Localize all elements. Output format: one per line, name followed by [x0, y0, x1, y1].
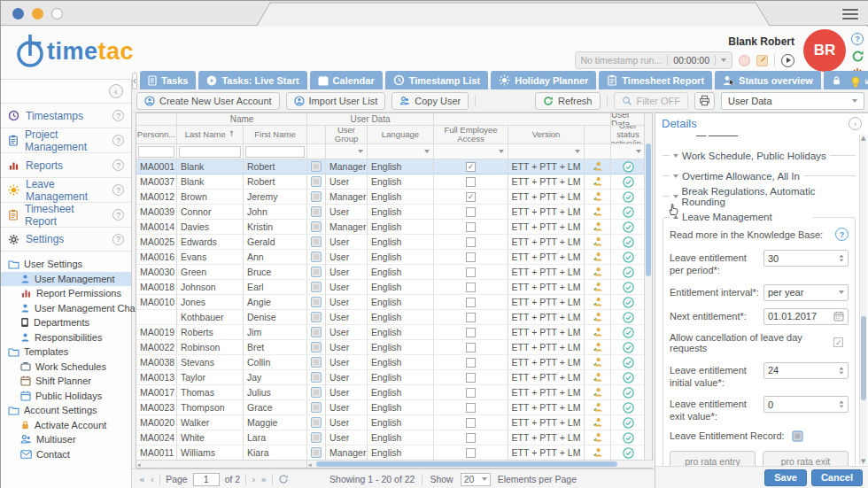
table-row-MA0018[interactable]: MA0018JohnsonEarlUserEnglishETT + PTT + …	[136, 280, 652, 295]
entitlement-interval-input[interactable]: per year	[763, 284, 849, 301]
full-employee-access-checkbox[interactable]: ✓	[466, 192, 476, 202]
full-employee-access-checkbox[interactable]	[466, 418, 476, 428]
tree-item-report-permissions[interactable]: Report Permissions	[1, 286, 131, 301]
save-button[interactable]: Save	[764, 469, 807, 486]
tab-holiday-planner[interactable]: Holiday Planner	[491, 71, 596, 89]
full-employee-access-checkbox[interactable]	[466, 267, 476, 277]
next-entitlement-input[interactable]: 01.01.2017	[763, 308, 849, 325]
scrollbar-thumb[interactable]	[646, 143, 651, 276]
leave-entitlement-exit-value-input[interactable]: 0	[763, 396, 849, 413]
scroll-left-icon[interactable]: ◂	[308, 461, 312, 468]
table-row-MA0014[interactable]: MA0014DaviesKristinManagerEnglishETT + P…	[136, 220, 652, 235]
table-row-MA0024[interactable]: MA0024WhiteLaraUserEnglishETT + PTT + LM	[136, 430, 652, 445]
sidebar-item-project-management[interactable]: Project Management ?	[1, 128, 131, 152]
row-detail-icon[interactable]	[311, 432, 322, 443]
help-icon[interactable]: ?	[112, 110, 124, 121]
full-employee-access-checkbox[interactable]	[466, 388, 476, 398]
tree-item-departments[interactable]: Departments	[1, 315, 131, 330]
table-row-MA0013[interactable]: MA0013TaylorJayUserEnglishETT + PTT + LM	[136, 370, 652, 385]
leave-entitlement-initial-value-input[interactable]: 24	[763, 362, 849, 379]
table-row-kothbauer[interactable]: KothbauerDeniseUserEnglishETT + PTT + LM	[136, 310, 652, 325]
filter-personnel-input[interactable]	[138, 146, 174, 158]
table-row-MA0020[interactable]: MA0020WalkerMaggieUserEnglishETT + PTT +…	[136, 415, 652, 430]
sidebar-item-leave-management[interactable]: Leave Management ?	[1, 177, 131, 202]
details-scrollbar[interactable]: ▲ ▼	[859, 135, 867, 465]
full-employee-access-checkbox[interactable]	[466, 403, 476, 413]
section-leave-management[interactable]: Leave Management	[670, 212, 813, 222]
pro-rata-entry-button[interactable]: pro rata entry	[670, 451, 756, 466]
knowledge-base-help-icon[interactable]: ?	[835, 228, 849, 241]
filter-select[interactable]	[613, 146, 643, 158]
first-page-icon[interactable]: «	[139, 474, 145, 485]
filter-select[interactable]	[436, 146, 506, 158]
full-employee-access-checkbox[interactable]	[466, 207, 476, 217]
full-employee-access-checkbox[interactable]	[466, 358, 476, 368]
table-row-MA0030[interactable]: MA0030GreenBruceUserEnglishETT + PTT + L…	[136, 265, 652, 280]
help-icon[interactable]: ?	[851, 33, 864, 45]
page-number-input[interactable]	[193, 473, 220, 486]
filter-select[interactable]	[369, 146, 431, 158]
pro-rata-exit-button[interactable]: pro rata exit	[763, 451, 849, 466]
filter-first-name-input[interactable]	[245, 146, 305, 158]
tree-item-user-management-changelog[interactable]: User Management Changelog	[1, 301, 131, 316]
stop-timer-icon[interactable]	[739, 55, 750, 66]
table-row-MA0037[interactable]: MA0037BlankRobertUserEnglishETT + PTT + …	[136, 174, 652, 190]
table-row-MA0012[interactable]: MA0012BrownJeremyManagerEnglish✓ETT + PT…	[136, 190, 652, 205]
view-select[interactable]: User Data	[721, 92, 864, 110]
row-detail-icon[interactable]	[311, 176, 322, 187]
create-new-user-button[interactable]: Create New User Account	[136, 92, 280, 110]
full-employee-access-checkbox[interactable]: ✓	[466, 162, 476, 172]
table-row-MA0022[interactable]: MA0022RobinsonBretUserEnglishETT + PTT +…	[136, 340, 652, 355]
tree-item-templates[interactable]: Templates	[1, 345, 131, 360]
allow-cancellation-of-leave-day-requests-checkbox[interactable]: ✓	[833, 337, 843, 347]
row-detail-icon[interactable]	[311, 221, 322, 232]
row-detail-icon[interactable]	[311, 297, 322, 307]
reload-icon[interactable]	[278, 474, 289, 484]
table-row-MA0010[interactable]: MA0010JonesAngieUserEnglishETT + PTT + L…	[136, 295, 652, 310]
refresh-button[interactable]: Refresh	[535, 92, 601, 110]
start-timer-icon[interactable]	[781, 54, 794, 67]
cancel-button[interactable]: Cancel	[811, 469, 863, 486]
grid-vertical-scrollbar[interactable]	[644, 113, 652, 461]
table-row-MA0023[interactable]: MA0023ThompsonGraceUserEnglishETT + PTT …	[136, 400, 652, 415]
tree-item-public-holidays[interactable]: Public Holidays	[1, 389, 131, 404]
section-overtime-allowance-all-in[interactable]: Overtime Allowance, All In	[663, 166, 856, 186]
tree-item-contact[interactable]: Contact	[1, 447, 131, 462]
scroll-left-icon[interactable]: ◂	[137, 461, 141, 468]
table-row-MA0038[interactable]: MA0038StevansCollinUserEnglishETT + PTT …	[136, 355, 652, 370]
full-employee-access-checkbox[interactable]	[466, 222, 476, 232]
tab-calendar[interactable]: Calendar	[310, 71, 383, 89]
row-detail-icon[interactable]	[311, 327, 322, 337]
avatar[interactable]: BR	[803, 29, 846, 72]
tab-status-overview[interactable]: Status overview	[715, 71, 821, 89]
table-row-MA0001[interactable]: MA0001BlankRobertManagerEnglish✓ETT + PT…	[136, 159, 652, 174]
scroll-down-icon[interactable]: ▼	[861, 458, 865, 465]
next-page-icon[interactable]: ›	[252, 474, 255, 485]
tree-item-account-settings[interactable]: Account Settings	[1, 403, 131, 418]
table-row-MA0039[interactable]: MA0039ConnorJohnUserEnglishETT + PTT + L…	[136, 205, 652, 220]
window-dot-yellow[interactable]	[32, 8, 43, 19]
section-break-regulations-automatic-rounding[interactable]: Break Regulations, Automatic Rounding	[663, 186, 856, 206]
row-detail-icon[interactable]	[311, 417, 322, 428]
scrollbar-thumb[interactable]	[861, 316, 866, 400]
import-user-list-button[interactable]: Import User List	[286, 92, 386, 110]
sidebar-item-timestamps[interactable]: Timestamps ?	[1, 103, 131, 128]
row-detail-icon[interactable]	[311, 312, 322, 322]
scrollbar-thumb[interactable]	[316, 461, 617, 467]
tab-timesheet-report[interactable]: Timesheet Report	[599, 71, 712, 89]
sidebar-collapse-icon[interactable]: ‹	[109, 84, 123, 98]
row-detail-icon[interactable]	[311, 161, 322, 172]
row-detail-icon[interactable]	[311, 191, 322, 202]
tab-timestamp-list[interactable]: Timestamp List	[385, 71, 489, 89]
refresh-icon[interactable]	[851, 50, 864, 63]
filter-select[interactable]	[510, 146, 582, 158]
scroll-up-icon[interactable]: ▲	[861, 135, 865, 142]
help-icon[interactable]: ?	[112, 209, 124, 221]
filter-select[interactable]	[328, 146, 365, 158]
row-detail-icon[interactable]	[311, 342, 322, 352]
full-employee-access-checkbox[interactable]	[466, 237, 476, 247]
grid-horizontal-scrollbar[interactable]: ◂ ◂	[136, 460, 654, 468]
help-icon[interactable]: ?	[112, 234, 124, 245]
full-employee-access-checkbox[interactable]	[466, 252, 476, 262]
window-dot-white[interactable]	[51, 8, 63, 19]
